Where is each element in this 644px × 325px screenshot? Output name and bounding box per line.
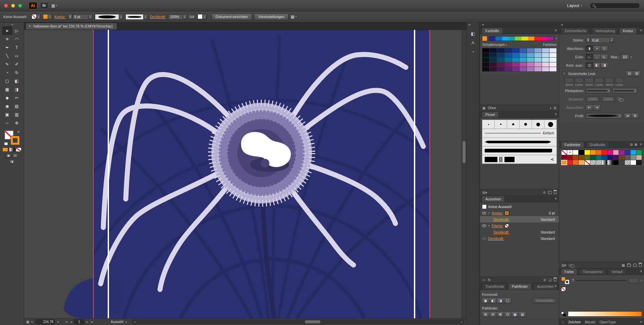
- panel-menu-icon[interactable]: ≡: [640, 142, 642, 146]
- align-inside-button[interactable]: ◧: [593, 62, 601, 68]
- swatch[interactable]: [579, 150, 584, 155]
- appearance-row-opacity-3[interactable]: Deckkraft: Standard: [480, 235, 559, 242]
- dashed-line-checkbox[interactable]: [562, 72, 566, 75]
- shape-mode-button[interactable]: ◨: [496, 298, 504, 304]
- show-swatch-kinds-icon[interactable]: ▦: [622, 263, 625, 267]
- scale-start-field[interactable]: 100%: [586, 96, 599, 102]
- collapsed-panel-icon-3[interactable]: ◔: [472, 49, 474, 54]
- tool-button[interactable]: ▦: [2, 85, 12, 93]
- zoom-window-button[interactable]: [18, 4, 22, 8]
- swatch[interactable]: [579, 160, 584, 165]
- tool-button[interactable]: ◔: [2, 68, 12, 77]
- chevron-down-icon[interactable]: ▾: [555, 37, 557, 40]
- stroke-weight-value[interactable]: 6 pt: [72, 14, 89, 20]
- document-setup-button[interactable]: Dokument einrichten: [212, 13, 252, 20]
- minimize-window-button[interactable]: [11, 4, 15, 8]
- canvas[interactable]: [24, 30, 466, 318]
- tab-artboards[interactable]: Zeichenfläche: [561, 27, 590, 34]
- appearance-row-opacity-2[interactable]: Deckkraft: Standard: [480, 229, 559, 235]
- color-variation-swatch[interactable]: [490, 58, 497, 62]
- shape-mode-button[interactable]: ◧: [489, 298, 497, 304]
- tool-button[interactable]: ✒: [2, 43, 12, 52]
- color-variation-swatch[interactable]: [505, 58, 512, 62]
- tab-swatches[interactable]: Farbfelder: [561, 141, 584, 148]
- swatch[interactable]: [602, 155, 607, 160]
- swap-fill-stroke-icon[interactable]: ⇄: [17, 130, 20, 133]
- color-variation-swatch[interactable]: [512, 48, 519, 53]
- pathfinder-button[interactable]: ⊠: [496, 311, 504, 317]
- brush-libraries-icon[interactable]: ▤▾: [482, 191, 487, 194]
- brush-item[interactable]: [507, 120, 520, 129]
- remove-brush-stroke-icon[interactable]: ⊘: [543, 191, 546, 194]
- swatch[interactable]: [619, 160, 624, 165]
- color-variation-swatch[interactable]: [542, 53, 549, 57]
- color-variation-swatch[interactable]: [505, 48, 512, 53]
- color-variation-swatch[interactable]: [497, 48, 504, 53]
- color-variation-swatch[interactable]: [497, 53, 504, 57]
- brush-item[interactable]: [495, 120, 507, 129]
- brush-item-simple[interactable]: Einfach: [482, 129, 557, 138]
- dash-field[interactable]: [575, 78, 584, 83]
- zoom-dropdown-icon[interactable]: ▾: [57, 320, 59, 323]
- expand-button[interactable]: Umwandeln: [532, 298, 557, 304]
- disclosure-icon[interactable]: ▼: [488, 212, 490, 214]
- shape-mode-button[interactable]: ▢: [504, 298, 512, 304]
- swatch-libraries-icon[interactable]: ▤▾: [561, 263, 566, 267]
- fill-none-swatch[interactable]: [505, 224, 509, 228]
- bevel-join-button[interactable]: ◺: [600, 54, 608, 60]
- edit-colors-icon[interactable]: ◑: [549, 106, 551, 110]
- swatch[interactable]: [631, 155, 636, 160]
- swatch[interactable]: [602, 150, 607, 155]
- tool-button[interactable]: ⊕: [12, 119, 22, 127]
- chevron-down-icon[interactable]: ▾: [609, 37, 614, 43]
- list-view-icon[interactable]: ▤: [630, 143, 633, 146]
- draw-behind-button[interactable]: ◫: [12, 153, 18, 158]
- tool-button[interactable]: ◨: [12, 85, 22, 93]
- pathfinder-button[interactable]: ▦: [511, 311, 519, 317]
- dock2-collapse-icon[interactable]: ◂◂: [559, 22, 644, 27]
- brush-item[interactable]: [520, 120, 532, 129]
- workspace-switcher-icon[interactable]: ▦▾: [51, 3, 57, 8]
- flip-across-icon[interactable]: ⇅: [631, 113, 639, 119]
- toolbar-collapse-icon[interactable]: ◂◂: [0, 22, 24, 26]
- round-join-button[interactable]: ◟: [593, 54, 601, 60]
- style-combo[interactable]: ▾: [198, 14, 207, 20]
- swatch[interactable]: [607, 155, 613, 160]
- status-expand-icon[interactable]: ▸: [125, 320, 128, 323]
- opacity-value[interactable]: 100%: [168, 14, 183, 20]
- color-variation-swatch[interactable]: [520, 58, 527, 62]
- color-variation-swatch[interactable]: [512, 53, 519, 57]
- color-variation-swatch[interactable]: [482, 58, 489, 62]
- swatch[interactable]: [636, 160, 642, 165]
- color-variation-swatch[interactable]: [534, 48, 541, 53]
- variation-type-dropdown[interactable]: Schattierungen ▾: [482, 43, 507, 47]
- color-variation-swatch[interactable]: [520, 62, 527, 67]
- tab-paragraph[interactable]: Absatz: [585, 320, 595, 324]
- horizontal-scrollbar-thumb[interactable]: [305, 320, 320, 323]
- color-variation-swatch[interactable]: [490, 53, 497, 57]
- last-artboard-button[interactable]: ▸|: [90, 320, 94, 323]
- flip-along-icon[interactable]: ⇄: [624, 113, 632, 119]
- zoom-field[interactable]: 234,78: [36, 319, 55, 324]
- none-color-swatch[interactable]: [561, 287, 566, 291]
- screen-mode-button[interactable]: ◨: [9, 159, 15, 164]
- color-variation-swatch[interactable]: [527, 62, 534, 67]
- tool-button[interactable]: ▣: [2, 110, 12, 119]
- close-window-button[interactable]: [4, 4, 8, 8]
- color-variation-swatch[interactable]: [542, 62, 549, 67]
- round-cap-button[interactable]: ◖: [593, 46, 601, 52]
- swatch[interactable]: [567, 150, 573, 155]
- chevron-down-icon[interactable]: ▾: [182, 14, 187, 20]
- swatch[interactable]: [607, 150, 613, 155]
- width-profile-combo[interactable]: ▾: [125, 14, 148, 20]
- brush-item[interactable]: [544, 120, 556, 129]
- color-variation-swatch[interactable]: [534, 62, 541, 67]
- swatch[interactable]: [613, 160, 619, 165]
- new-swatch-icon[interactable]: [633, 264, 637, 267]
- clear-appearance-icon[interactable]: ⊘: [543, 278, 546, 282]
- swatch[interactable]: [561, 155, 567, 160]
- miter-field[interactable]: 10: [621, 54, 630, 60]
- swatch[interactable]: [596, 155, 601, 160]
- swatch[interactable]: [573, 160, 578, 165]
- tool-button[interactable]: ◆: [2, 93, 12, 102]
